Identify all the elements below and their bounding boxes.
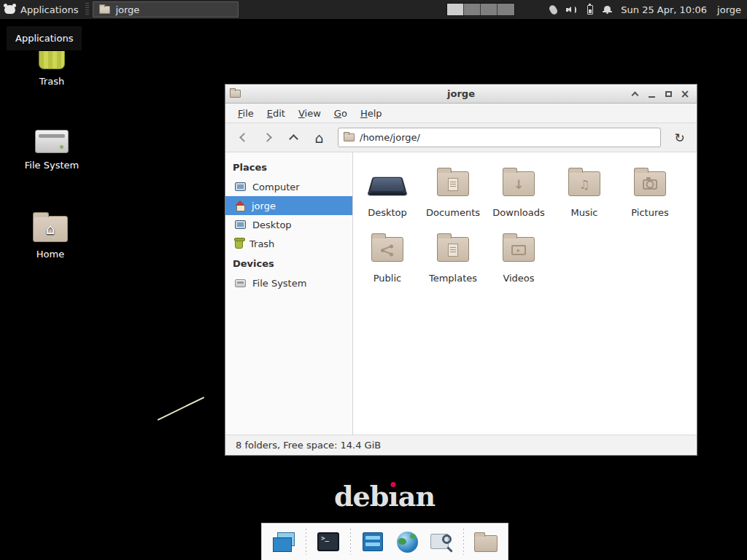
sidebar-item-jorge[interactable]: jorge bbox=[225, 196, 352, 215]
trash-icon bbox=[235, 239, 243, 249]
file-view: Desktop Documents ↓ Downloads ♫ Music Pi… bbox=[353, 152, 697, 435]
film-icon: ▸ bbox=[511, 245, 526, 255]
maximize-icon bbox=[665, 91, 672, 97]
dock-separator bbox=[306, 529, 306, 555]
titlebar[interactable]: jorge × bbox=[225, 85, 697, 104]
forward-icon bbox=[263, 133, 272, 142]
file-label: Documents bbox=[426, 207, 480, 218]
notifications-bell-icon[interactable] bbox=[603, 5, 612, 15]
location-bar[interactable]: /home/jorge/ bbox=[338, 128, 661, 147]
menu-edit[interactable]: Edit bbox=[260, 105, 292, 122]
desktop-icon-label: Home bbox=[36, 249, 64, 260]
file-item-public[interactable]: Public bbox=[355, 228, 420, 293]
toolbar: ⌂ /home/jorge/ ↻ bbox=[225, 123, 697, 152]
desktop-icon-home[interactable]: ⌂ Home bbox=[18, 210, 82, 260]
clock[interactable]: Sun 25 Apr, 10:06 bbox=[621, 4, 707, 15]
sidebar: Places Computer jorge Desktop Trash Devi… bbox=[225, 152, 353, 435]
file-item-music[interactable]: ♫ Music bbox=[551, 162, 617, 228]
home-folder-icon: ⌂ bbox=[33, 216, 68, 242]
mouse-status-icon[interactable] bbox=[549, 4, 559, 15]
minimize-button[interactable] bbox=[644, 87, 659, 101]
dock-separator bbox=[463, 529, 464, 555]
menu-view[interactable]: View bbox=[292, 105, 328, 122]
dock: >_ bbox=[261, 523, 508, 560]
applications-tooltip: Applications bbox=[6, 26, 82, 51]
file-item-documents[interactable]: Documents bbox=[420, 162, 486, 228]
minimize-icon bbox=[649, 96, 655, 98]
home-button[interactable]: ⌂ bbox=[308, 127, 330, 149]
desktop-icon-file-system[interactable]: File System bbox=[20, 122, 84, 171]
top-panel: Applications jorge Sun 25 Apr, 10:06 jor… bbox=[0, 0, 747, 19]
window-body: Places Computer jorge Desktop Trash Devi… bbox=[225, 152, 697, 435]
app-finder-button[interactable] bbox=[428, 527, 454, 556]
sidebar-item-computer[interactable]: Computer bbox=[225, 177, 352, 196]
power-icon[interactable] bbox=[587, 5, 593, 15]
debian-logo: debıan bbox=[334, 480, 435, 513]
file-manager-icon bbox=[474, 535, 498, 552]
system-tray bbox=[550, 0, 612, 19]
file-item-desktop[interactable]: Desktop bbox=[355, 162, 420, 228]
sidebar-item-label: Desktop bbox=[252, 219, 292, 230]
back-icon bbox=[239, 133, 249, 142]
folder-public-icon bbox=[371, 237, 403, 262]
terminal-icon: >_ bbox=[317, 532, 339, 551]
volume-icon[interactable] bbox=[566, 5, 578, 15]
folder-downloads-icon: ↓ bbox=[503, 171, 535, 196]
diagonal-line-artifact bbox=[158, 397, 205, 421]
music-note-icon: ♫ bbox=[569, 174, 600, 195]
back-button[interactable] bbox=[231, 127, 254, 149]
folder-icon bbox=[344, 133, 355, 141]
sidebar-item-label: jorge bbox=[252, 201, 276, 211]
file-item-templates[interactable]: Templates bbox=[420, 228, 486, 293]
desktop-icon bbox=[235, 220, 246, 229]
file-item-videos[interactable]: ▸ Videos bbox=[486, 228, 551, 293]
terminal-button[interactable]: >_ bbox=[315, 527, 341, 556]
web-browser-button[interactable] bbox=[394, 527, 420, 556]
sidebar-item-label: Trash bbox=[249, 238, 274, 249]
file-label: Desktop bbox=[368, 207, 407, 218]
up-icon bbox=[289, 134, 298, 144]
workspace-1[interactable] bbox=[447, 4, 464, 15]
shade-button[interactable] bbox=[627, 87, 642, 101]
folder-documents-icon bbox=[437, 171, 469, 196]
username-button[interactable]: jorge bbox=[717, 4, 741, 15]
show-desktop-button[interactable] bbox=[271, 527, 297, 556]
file-item-pictures[interactable]: Pictures bbox=[617, 162, 683, 228]
maximize-button[interactable] bbox=[661, 87, 676, 101]
download-arrow-icon: ↓ bbox=[503, 174, 534, 195]
folder-icon bbox=[99, 6, 110, 14]
file-label: Public bbox=[374, 273, 401, 284]
folder-videos-icon: ▸ bbox=[503, 237, 535, 262]
taskbar-window-label: jorge bbox=[115, 4, 139, 15]
workspace-4[interactable] bbox=[498, 4, 514, 15]
window-controls: × bbox=[627, 87, 692, 101]
sidebar-item-desktop[interactable]: Desktop bbox=[225, 215, 352, 234]
up-button[interactable] bbox=[282, 127, 305, 149]
sidebar-item-trash[interactable]: Trash bbox=[225, 234, 352, 253]
workspace-pager bbox=[446, 3, 515, 16]
menu-help[interactable]: Help bbox=[354, 105, 389, 122]
desktop-icon-label: Trash bbox=[39, 76, 64, 87]
forward-button[interactable] bbox=[257, 127, 279, 149]
share-icon bbox=[381, 244, 394, 256]
window-list-button[interactable] bbox=[360, 527, 386, 556]
folder-pictures-icon bbox=[634, 171, 666, 196]
close-button[interactable]: × bbox=[678, 87, 692, 101]
workspace-2[interactable] bbox=[464, 4, 481, 15]
file-label: Templates bbox=[429, 273, 477, 284]
devices-header: Devices bbox=[225, 253, 352, 273]
template-page-icon bbox=[448, 244, 458, 257]
desktop-workspace-icon bbox=[368, 177, 406, 192]
workspace-3[interactable] bbox=[481, 4, 498, 15]
computer-icon bbox=[235, 182, 246, 191]
reload-button[interactable]: ↻ bbox=[668, 127, 691, 149]
menu-file[interactable]: File bbox=[231, 105, 260, 122]
taskbar-window-button[interactable]: jorge bbox=[93, 1, 239, 18]
sidebar-item-file-system[interactable]: File System bbox=[225, 273, 352, 292]
menu-go[interactable]: Go bbox=[328, 105, 354, 122]
drive-icon bbox=[35, 130, 69, 153]
applications-menu-button[interactable]: Applications bbox=[0, 0, 85, 19]
file-item-downloads[interactable]: ↓ Downloads bbox=[486, 162, 551, 228]
file-manager-button[interactable] bbox=[473, 527, 499, 556]
file-label: Pictures bbox=[631, 207, 668, 218]
